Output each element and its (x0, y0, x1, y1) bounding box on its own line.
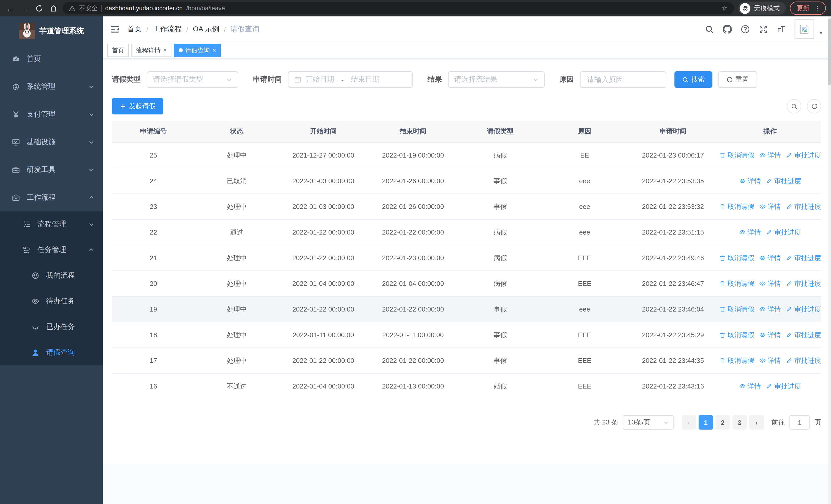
sidebar-item-leave-query[interactable]: 请假查询 (0, 340, 103, 365)
browser-forward-icon[interactable]: → (20, 4, 30, 12)
table-row[interactable]: 25处理中2021-12-27 00:00:002022-01-19 00:00… (112, 142, 821, 168)
progress-link[interactable]: 审批进度 (786, 305, 821, 314)
browser-menu-icon[interactable]: ⋮ (814, 4, 821, 12)
bookmark-star-icon[interactable]: ☆ (721, 4, 728, 12)
table-row[interactable]: 20处理中2022-01-04 00:00:002022-01-04 00:00… (112, 271, 821, 296)
detail-link[interactable]: 详情 (760, 305, 781, 314)
sidebar-item-my-process[interactable]: 我的流程 (0, 263, 103, 289)
next-page-button[interactable]: › (749, 415, 764, 429)
sidebar-item-task-mgmt[interactable]: 任务管理 (0, 237, 103, 263)
cell-reason: EE (543, 142, 627, 168)
table-row[interactable]: 16不通过2022-01-04 00:00:002022-01-13 00:00… (112, 374, 821, 399)
prev-page-button[interactable]: ‹ (682, 415, 696, 429)
reset-button[interactable]: 重置 (718, 71, 757, 88)
sidebar-item-done-tasks[interactable]: 已办任务 (0, 314, 103, 340)
cancel-leave-link[interactable]: 取消请假 (719, 202, 754, 211)
cancel-leave-label: 取消请假 (727, 151, 754, 160)
table-row[interactable]: 19处理中2022-01-22 00:00:002022-01-22 00:00… (112, 296, 821, 322)
browser-back-icon[interactable]: ← (5, 4, 16, 12)
github-icon[interactable] (723, 24, 732, 34)
url-bar[interactable]: 不安全 dashboard.yudao.iocoder.cn/bpm/oa/le… (63, 2, 734, 14)
caret-down-icon[interactable]: ▼ (819, 23, 823, 35)
sidebar-item-home[interactable]: 首页 (0, 45, 103, 73)
cancel-leave-link[interactable]: 取消请假 (719, 279, 754, 288)
detail-link[interactable]: 详情 (760, 356, 781, 365)
tab-leave-query[interactable]: 请假查询× (174, 43, 221, 57)
detail-link[interactable]: 详情 (760, 202, 781, 211)
goto-page-input[interactable] (790, 415, 810, 429)
sidebar-item-system[interactable]: 系统管理 (0, 73, 103, 100)
refresh-table-button[interactable] (807, 99, 821, 113)
page-size-select[interactable]: 10条/页 (623, 415, 674, 429)
pen-icon (766, 178, 773, 184)
sidebar-item-payment[interactable]: 支付管理 (0, 100, 103, 128)
create-leave-button[interactable]: 发起请假 (112, 98, 163, 114)
reason-input[interactable] (586, 75, 660, 84)
detail-link[interactable]: 详情 (739, 382, 761, 391)
close-icon[interactable]: × (163, 47, 167, 53)
detail-link[interactable]: 详情 (739, 176, 761, 185)
sidebar-item-process-mgmt[interactable]: 流程管理 (0, 211, 103, 237)
cell-status: 处理中 (195, 245, 279, 271)
table-row[interactable]: 18处理中2022-01-11 00:00:002022-01-11 00:00… (112, 322, 821, 348)
url-path: /bpm/oa/leave (186, 5, 225, 12)
scrollbar[interactable] (828, 17, 831, 504)
progress-link[interactable]: 审批进度 (786, 279, 821, 288)
cancel-leave-link[interactable]: 取消请假 (719, 356, 754, 365)
detail-link[interactable]: 详情 (760, 151, 781, 160)
detail-link[interactable]: 详情 (739, 228, 761, 237)
detail-link[interactable]: 详情 (760, 330, 781, 339)
avatar[interactable] (795, 19, 814, 39)
cancel-leave-link[interactable]: 取消请假 (719, 253, 754, 263)
progress-label: 审批进度 (774, 382, 801, 391)
breadcrumb-item[interactable]: 工作流程 (153, 24, 182, 34)
cancel-leave-link[interactable]: 取消请假 (719, 330, 754, 339)
table-row[interactable]: 24已取消2022-01-03 00:00:002022-01-26 00:00… (112, 168, 821, 194)
page-button-1[interactable]: 1 (698, 415, 713, 429)
sidebar-item-devtools[interactable]: 研发工具 (0, 156, 103, 184)
progress-link[interactable]: 审批进度 (786, 330, 821, 339)
font-size-icon[interactable] (777, 24, 786, 34)
progress-link[interactable]: 审批进度 (786, 253, 821, 263)
browser-home-icon[interactable] (48, 4, 58, 12)
page-button-3[interactable]: 3 (733, 415, 747, 429)
progress-link[interactable]: 审批进度 (766, 176, 801, 185)
leave-type-select[interactable]: 请选择请假类型 (147, 71, 238, 88)
sidebar-item-todo-tasks[interactable]: 待办任务 (0, 289, 103, 314)
close-icon[interactable]: × (212, 47, 216, 53)
breadcrumb-item[interactable]: OA 示例 (193, 24, 220, 34)
eye-icon (739, 178, 746, 184)
tab-home[interactable]: 首页 (107, 43, 129, 57)
sidebar-item-workflow[interactable]: 工作流程 (0, 184, 103, 211)
detail-link[interactable]: 详情 (760, 279, 781, 288)
browser-update-pill[interactable]: 更新 ⋮ (790, 2, 826, 15)
table-row[interactable]: 21处理中2022-01-22 00:00:002022-01-23 00:00… (112, 245, 821, 271)
progress-link[interactable]: 审批进度 (786, 356, 821, 365)
search-icon[interactable] (705, 24, 714, 34)
progress-link[interactable]: 审批进度 (786, 151, 821, 160)
search-button[interactable]: 搜索 (675, 71, 712, 88)
cancel-leave-link[interactable]: 取消请假 (719, 151, 754, 160)
browser-reload-icon[interactable] (34, 4, 44, 12)
table-row[interactable]: 23处理中2022-01-03 00:00:002022-01-26 00:00… (112, 194, 821, 219)
page-button-2[interactable]: 2 (716, 415, 730, 429)
table-row[interactable]: 22通过2022-01-22 00:00:002022-01-22 00:00:… (112, 219, 821, 245)
cancel-leave-link[interactable]: 取消请假 (719, 305, 754, 314)
scrollbar-thumb[interactable] (828, 19, 831, 85)
tab-process-detail[interactable]: 流程详情× (132, 43, 171, 57)
detail-link[interactable]: 详情 (760, 253, 781, 263)
trash-icon (719, 280, 726, 287)
apply-time-range-picker[interactable]: 开始日期 - 结束日期 (288, 71, 413, 88)
sidebar-item-infra[interactable]: 基础设施 (0, 128, 103, 156)
cancel-leave-label: 取消请假 (727, 305, 754, 314)
sidebar-collapse-icon[interactable] (110, 24, 120, 34)
help-icon[interactable] (741, 24, 750, 34)
toggle-search-button[interactable] (787, 99, 801, 113)
table-row[interactable]: 17处理中2022-01-22 00:00:002022-01-22 00:00… (112, 348, 821, 374)
progress-link[interactable]: 审批进度 (766, 228, 801, 237)
fullscreen-icon[interactable] (758, 24, 768, 34)
progress-link[interactable]: 审批进度 (766, 382, 801, 391)
progress-link[interactable]: 审批进度 (786, 202, 821, 211)
result-select[interactable]: 请选择流结果 (448, 71, 545, 88)
breadcrumb-item[interactable]: 首页 (127, 24, 142, 34)
